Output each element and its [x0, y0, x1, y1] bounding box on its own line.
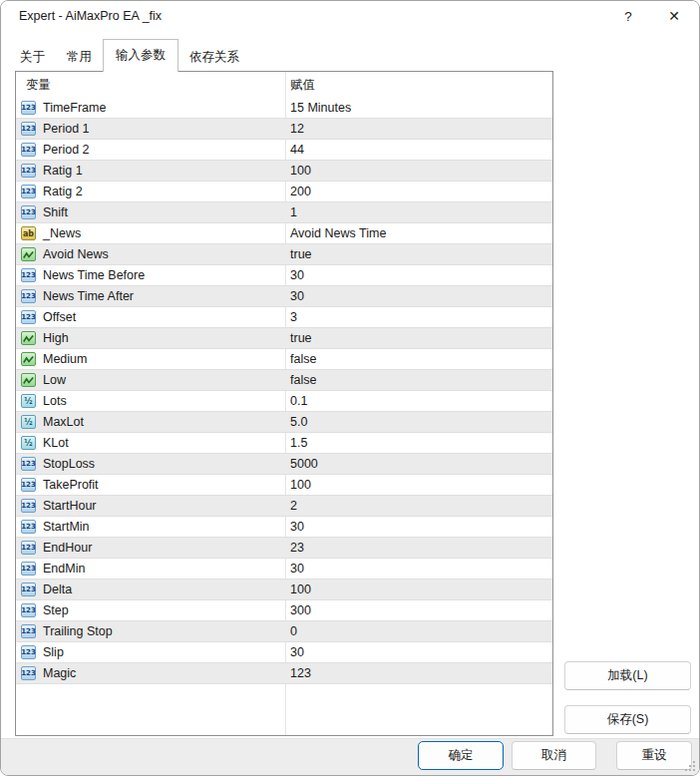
- table-row[interactable]: Avoid News true: [16, 244, 552, 265]
- value-cell[interactable]: 30: [285, 520, 552, 534]
- variable-name: High: [43, 331, 69, 345]
- value-cell[interactable]: 123: [285, 666, 552, 680]
- table-row[interactable]: Medium false: [16, 349, 552, 370]
- tab-dependencies[interactable]: 依存关系: [178, 43, 250, 72]
- table-row[interactable]: 123 Delta 100: [16, 580, 552, 600]
- variable-name: EndHour: [43, 541, 92, 555]
- table-row[interactable]: 123 Ratig 1 100: [16, 161, 552, 182]
- double-type-icon: ½: [21, 436, 36, 450]
- header-value: 赋值: [285, 77, 552, 94]
- help-button[interactable]: ?: [607, 1, 649, 31]
- table-row[interactable]: 123 StartMin 30: [16, 517, 552, 538]
- table-row[interactable]: Low false: [16, 370, 552, 391]
- table-row[interactable]: 123 TimeFrame 15 Minutes: [16, 98, 552, 119]
- value-cell[interactable]: 30: [285, 268, 552, 282]
- tab-common[interactable]: 常用: [56, 43, 103, 72]
- load-button[interactable]: 加载(L): [564, 661, 691, 690]
- double-type-icon: ½: [21, 415, 36, 429]
- value-cell[interactable]: 100: [285, 582, 552, 596]
- table-header: 变量 赋值: [16, 72, 552, 98]
- header-variable: 变量: [16, 77, 285, 94]
- bool-type-icon: [21, 373, 36, 387]
- table-row[interactable]: ab _News Avoid News Time: [16, 223, 552, 244]
- tab-about[interactable]: 关于: [9, 43, 56, 72]
- variable-name: Offset: [43, 310, 76, 324]
- table-row[interactable]: 123 TakeProfit 100: [16, 475, 552, 496]
- variable-name: Ratig 2: [43, 185, 83, 198]
- value-cell[interactable]: Avoid News Time: [285, 226, 552, 240]
- int-type-icon: 123: [21, 666, 36, 680]
- value-cell[interactable]: 200: [285, 185, 552, 198]
- tab-inputs[interactable]: 输入参数: [103, 39, 178, 72]
- table-row[interactable]: 123 Period 2 44: [16, 140, 552, 161]
- variable-cell: 123 News Time Before: [16, 268, 285, 282]
- int-type-icon: 123: [21, 541, 36, 555]
- value-cell[interactable]: 1.5: [285, 436, 552, 450]
- value-cell[interactable]: 0.1: [285, 394, 552, 408]
- value-cell[interactable]: 100: [285, 478, 552, 492]
- value-cell[interactable]: 300: [285, 603, 552, 617]
- save-button[interactable]: 保存(S): [564, 705, 691, 734]
- table-row[interactable]: 123 Slip 30: [16, 642, 552, 663]
- table-row[interactable]: 123 Shift 1: [16, 202, 552, 223]
- table-row[interactable]: 123 Period 1 12: [16, 119, 552, 140]
- value-cell[interactable]: 0: [285, 624, 552, 638]
- reset-button[interactable]: 重设: [616, 741, 692, 770]
- variable-cell: 123 News Time After: [16, 289, 285, 303]
- variable-name: StopLoss: [43, 457, 95, 471]
- variable-name: MaxLot: [43, 415, 84, 429]
- close-button[interactable]: ✕: [653, 1, 695, 31]
- value-cell[interactable]: 30: [285, 562, 552, 576]
- variable-name: Low: [43, 373, 66, 387]
- table-row[interactable]: 123 StartHour 2: [16, 496, 552, 517]
- value-cell[interactable]: false: [285, 373, 552, 387]
- cancel-button[interactable]: 取消: [512, 741, 596, 770]
- table-row[interactable]: ½ KLot 1.5: [16, 433, 552, 454]
- value-cell[interactable]: 30: [285, 289, 552, 303]
- int-type-icon: 123: [21, 310, 36, 324]
- title-bar[interactable]: Expert - AiMaxPro EA _fix ? ✕: [1, 1, 699, 31]
- table-row[interactable]: 123 News Time After 30: [16, 286, 552, 307]
- table-row[interactable]: 123 EndMin 30: [16, 559, 552, 580]
- table-row[interactable]: High true: [16, 328, 552, 349]
- table-row[interactable]: 123 News Time Before 30: [16, 265, 552, 286]
- value-cell[interactable]: 12: [285, 122, 552, 136]
- int-type-icon: 123: [21, 164, 36, 178]
- string-type-icon: ab: [21, 226, 36, 240]
- int-type-icon: 123: [21, 645, 36, 659]
- value-cell[interactable]: 3: [285, 310, 552, 324]
- value-cell[interactable]: 1: [285, 205, 552, 219]
- table-row[interactable]: 123 Trailing Stop 0: [16, 621, 552, 642]
- value-cell[interactable]: 30: [285, 645, 552, 659]
- value-cell[interactable]: true: [285, 331, 552, 345]
- variable-name: Step: [43, 603, 69, 617]
- resize-grip-icon[interactable]: [685, 761, 696, 772]
- value-cell[interactable]: true: [285, 247, 552, 261]
- variable-cell: High: [16, 331, 285, 345]
- value-cell[interactable]: 15 Minutes: [285, 101, 552, 115]
- value-cell[interactable]: 5000: [285, 457, 552, 471]
- table-row[interactable]: ½ Lots 0.1: [16, 391, 552, 412]
- table-row[interactable]: 123 Magic 123: [16, 663, 552, 684]
- table-row[interactable]: ½ MaxLot 5.0: [16, 412, 552, 433]
- table-row[interactable]: 123 Ratig 2 200: [16, 182, 552, 202]
- variable-cell: 123 Ratig 1: [16, 164, 285, 178]
- value-cell[interactable]: 23: [285, 541, 552, 555]
- value-cell[interactable]: false: [285, 352, 552, 366]
- params-table: 变量 赋值 123 TimeFrame 15 Minutes 123 Perio…: [15, 71, 553, 736]
- int-type-icon: 123: [21, 268, 36, 282]
- value-cell[interactable]: 100: [285, 164, 552, 178]
- table-row[interactable]: 123 StopLoss 5000: [16, 454, 552, 475]
- variable-cell: 123 TakeProfit: [16, 478, 285, 492]
- int-type-icon: 123: [21, 122, 36, 136]
- variable-cell: 123 Shift: [16, 205, 285, 219]
- ok-button[interactable]: 确定: [418, 741, 504, 770]
- value-cell[interactable]: 44: [285, 143, 552, 157]
- table-row[interactable]: 123 EndHour 23: [16, 538, 552, 559]
- variable-cell: 123 Period 2: [16, 143, 285, 157]
- table-row[interactable]: 123 Offset 3: [16, 307, 552, 328]
- value-cell[interactable]: 2: [285, 499, 552, 513]
- table-row[interactable]: 123 Step 300: [16, 600, 552, 621]
- value-cell[interactable]: 5.0: [285, 415, 552, 429]
- variable-name: TimeFrame: [43, 101, 106, 115]
